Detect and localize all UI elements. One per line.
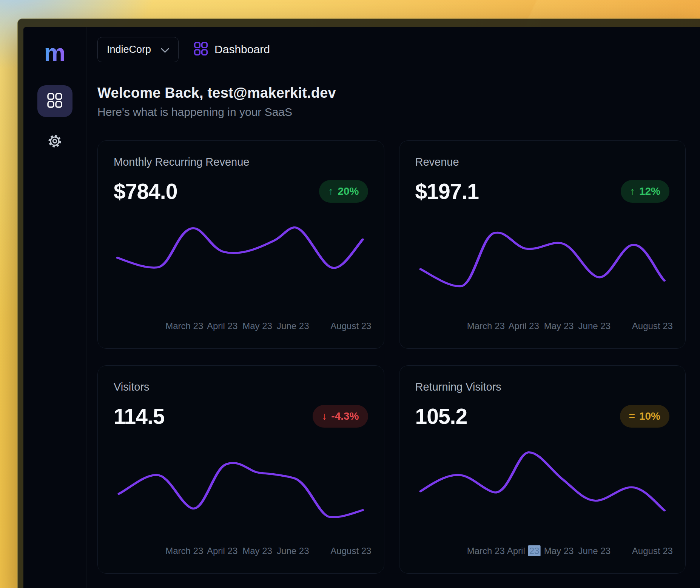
x-tick: May 23	[544, 546, 574, 556]
page-header: Dashboard	[194, 42, 270, 57]
x-tick: March 23	[467, 321, 505, 331]
sidebar-item-settings[interactable]	[37, 130, 72, 154]
x-tick: May 23	[544, 321, 574, 331]
x-tick: March 23	[165, 546, 203, 556]
chart-line-path	[420, 453, 664, 511]
trend-value: -4.3%	[331, 410, 359, 422]
x-tick: June 23	[277, 321, 309, 331]
dashboard-grid-icon-purple	[194, 42, 208, 57]
x-tick: April 23	[508, 321, 539, 331]
page-content: Welcome Back, test@makerkit.dev Here's w…	[86, 72, 700, 574]
card-revenue: Revenue $197.1 ↑ 12%	[399, 140, 686, 349]
line-chart-returning-visitors[interactable]	[415, 446, 670, 526]
x-tick: May 23	[242, 546, 272, 556]
value-row: $784.0 ↑ 20%	[114, 179, 368, 204]
x-axis-labels: March 23 April 23 May 23 June 23 August …	[114, 321, 368, 332]
desktop: { "app": { "logo_text": "m", "team_selec…	[0, 0, 700, 588]
team-selector-label: IndieCorp	[107, 44, 151, 55]
chart-line-path	[420, 232, 664, 286]
x-tick: August 23	[330, 546, 371, 556]
card-monthly-recurring-revenue: Monthly Recurring Revenue $784.0 ↑ 20%	[97, 140, 384, 349]
team-selector-button[interactable]: IndieCorp	[97, 37, 179, 62]
card-title: Returning Visitors	[415, 381, 670, 393]
x-tick: August 23	[330, 321, 371, 331]
x-tick: April 23	[207, 546, 237, 556]
card-title: Visitors	[114, 381, 368, 393]
x-tick: May 23	[242, 321, 272, 331]
trend-badge: ↓ -4.3%	[313, 405, 368, 428]
metric-value: 114.5	[114, 404, 165, 429]
x-tick: June 23	[578, 321, 611, 331]
arrow-up-icon: ↑	[328, 186, 333, 197]
chart-line-path	[119, 463, 363, 517]
chart-line-path	[117, 228, 363, 268]
trend-badge: ↑ 12%	[621, 180, 669, 203]
value-row: 114.5 ↓ -4.3%	[114, 404, 368, 429]
x-axis-labels: March 23 April 23 May 23 June 23 August …	[415, 321, 670, 332]
x-axis-labels: March 23 April 23 May 23 June 23 August …	[114, 546, 368, 557]
card-returning-visitors: Returning Visitors 105.2 = 10%	[399, 365, 686, 574]
value-row: 105.2 = 10%	[415, 404, 670, 429]
trend-value: 10%	[639, 410, 660, 422]
line-chart-mrr[interactable]	[114, 221, 368, 301]
app-window: m	[23, 27, 700, 588]
card-visitors: Visitors 114.5 ↓ -4.3%	[97, 365, 384, 574]
makerkit-logo: m	[44, 41, 66, 65]
welcome-heading: Welcome Back, test@makerkit.dev	[97, 85, 686, 101]
line-chart-visitors[interactable]	[114, 446, 368, 526]
page-title: Dashboard	[214, 43, 270, 56]
x-tick: August 23	[632, 546, 673, 556]
arrow-up-icon: ↑	[630, 186, 635, 197]
metric-value: 105.2	[415, 404, 467, 429]
selection-highlight: 23	[528, 545, 541, 556]
line-chart-revenue[interactable]	[415, 221, 670, 301]
trend-badge: = 10%	[620, 405, 669, 428]
x-tick: March 23	[165, 321, 203, 331]
value-row: $197.1 ↑ 12%	[415, 179, 670, 204]
x-tick-selected: April23	[507, 546, 541, 556]
welcome-subtitle: Here's what is happening in your SaaS	[97, 106, 686, 119]
trend-badge: ↑ 20%	[319, 180, 368, 203]
sidebar-item-dashboard[interactable]	[37, 85, 72, 117]
gear-icon	[46, 133, 63, 151]
dashboard-grid-icon	[47, 92, 63, 110]
main-column: IndieCorp Dashboard	[86, 27, 700, 588]
metric-value: $197.1	[415, 179, 479, 204]
stats-card-grid: Monthly Recurring Revenue $784.0 ↑ 20%	[97, 140, 686, 574]
x-tick-prefix: April	[507, 546, 525, 556]
arrow-down-icon: ↓	[322, 411, 327, 422]
app-window-frame: m	[18, 19, 700, 588]
card-title: Monthly Recurring Revenue	[114, 156, 368, 168]
x-tick: June 23	[578, 546, 611, 556]
x-tick: April 23	[207, 321, 237, 331]
equals-icon: =	[629, 411, 635, 422]
sidebar: m	[23, 27, 86, 588]
x-tick: June 23	[277, 546, 309, 556]
card-title: Revenue	[415, 156, 670, 168]
x-axis-labels: March 23 April23 May 23 June 23 August 2…	[415, 546, 670, 557]
metric-value: $784.0	[114, 179, 177, 204]
x-tick: March 23	[467, 546, 505, 556]
topbar: IndieCorp Dashboard	[86, 27, 700, 72]
trend-value: 20%	[338, 185, 359, 197]
chevron-down-icon	[161, 44, 169, 55]
x-tick: August 23	[632, 321, 673, 331]
trend-value: 12%	[639, 185, 660, 197]
